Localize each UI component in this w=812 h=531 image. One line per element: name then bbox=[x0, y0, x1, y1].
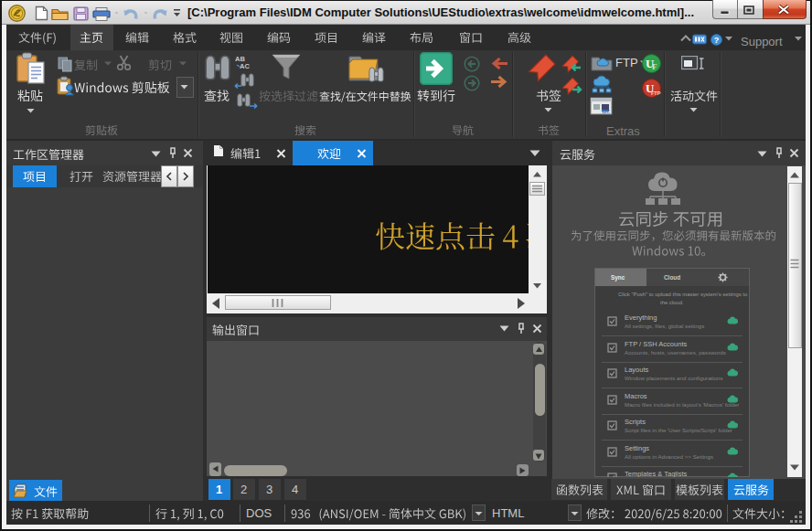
svg-text:?: ? bbox=[714, 36, 720, 45]
svg-text:FTP: FTP bbox=[651, 90, 661, 96]
svg-text:AC: AC bbox=[240, 62, 250, 69]
svg-text:F: F bbox=[652, 62, 657, 71]
svg-text:uc: uc bbox=[602, 106, 610, 115]
